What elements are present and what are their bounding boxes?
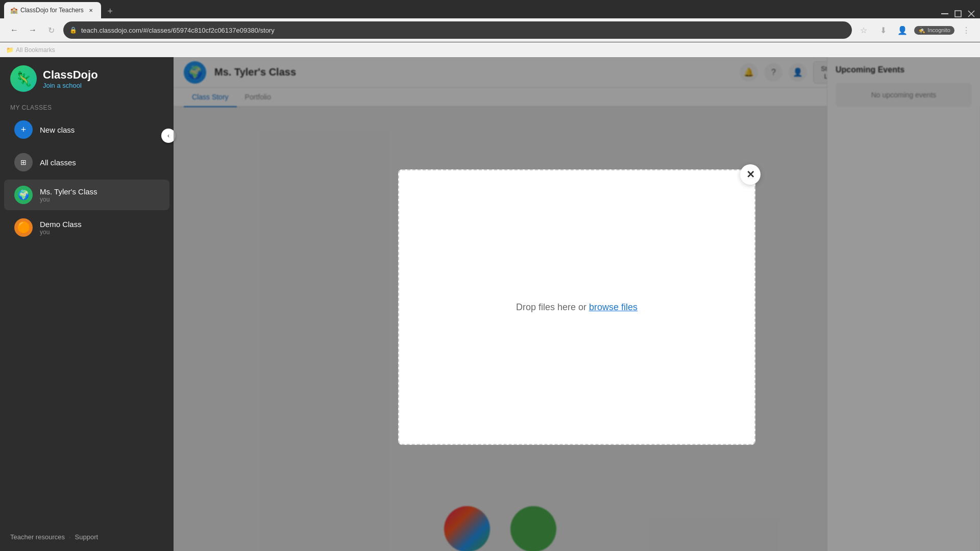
join-school-link[interactable]: Join a school (43, 82, 98, 89)
bookmarks-folder-icon: 📁 (6, 46, 14, 54)
footer-separator: · (69, 533, 71, 541)
ms-tylers-class-name: Ms. Tyler's Class (40, 187, 97, 196)
modal-overlay[interactable]: ✕ Drop files here or browse files (174, 57, 980, 551)
teacher-resources-link[interactable]: Teacher resources (10, 533, 65, 541)
nav-controls: ← → ↻ (6, 22, 59, 38)
demo-class-name: Demo Class (40, 220, 82, 229)
drop-zone[interactable]: Drop files here or browse files (398, 169, 755, 445)
profile-button[interactable]: 👤 (895, 22, 910, 38)
all-classes-label: All classes (40, 158, 76, 167)
demo-class-info: Demo Class you (40, 220, 82, 236)
brand-name: ClassDojo (43, 68, 98, 82)
support-link[interactable]: Support (75, 533, 99, 541)
modal-close-button[interactable]: ✕ (740, 164, 761, 185)
tab-title: ClassDojo for Teachers (20, 7, 84, 14)
tabs-bar: 🏫 ClassDojo for Teachers ✕ + (0, 0, 980, 18)
sidebar-footer: Teacher resources · Support (0, 525, 174, 549)
logo-text: ClassDojo Join a school (43, 68, 98, 89)
main-area: 🦎 ClassDojo Join a school My Classes + N… (0, 57, 980, 551)
back-button[interactable]: ← (6, 22, 22, 38)
content-area: 🌍 Ms. Tyler's Class 🔔 ? 👤 StudentLogin 2… (174, 57, 980, 551)
ms-tylers-class-icon: 🌍 (14, 186, 33, 204)
sidebar-item-ms-tylers-class[interactable]: 🌍 Ms. Tyler's Class you (4, 180, 169, 210)
browser-actions: ☆ ⬇ 👤 🕵 Incognito ⋮ (856, 22, 974, 38)
sidebar: 🦎 ClassDojo Join a school My Classes + N… (0, 57, 174, 551)
logo-emoji: 🦎 (15, 70, 33, 87)
all-classes-info: All classes (40, 158, 76, 167)
demo-class-sub: you (40, 229, 82, 236)
ms-tylers-class-info: Ms. Tyler's Class you (40, 187, 97, 203)
sidebar-logo: 🦎 ClassDojo Join a school (0, 65, 174, 100)
refresh-button[interactable]: ↻ (43, 22, 59, 38)
incognito-icon: 🕵 (918, 27, 925, 34)
all-classes-item[interactable]: ⊞ All classes (4, 147, 169, 178)
menu-button[interactable]: ⋮ (959, 22, 974, 38)
demo-class-icon: 🟠 (14, 218, 33, 237)
tab-favicon: 🏫 (10, 7, 17, 14)
address-bar[interactable]: 🔒 teach.classdojo.com/#/classes/65974c81… (63, 21, 852, 39)
new-class-icon: + (14, 120, 33, 139)
upload-modal: ✕ Drop files here or browse files (398, 169, 755, 445)
svg-rect-1 (955, 11, 961, 17)
download-button[interactable]: ⬇ (875, 22, 891, 38)
new-class-label: New class (40, 126, 75, 134)
active-tab[interactable]: 🏫 ClassDojo for Teachers ✕ (4, 2, 101, 18)
drop-text: Drop files here or browse files (516, 302, 638, 313)
close-window-button[interactable] (967, 9, 976, 18)
lock-icon: 🔒 (69, 27, 77, 34)
browser-controls: ← → ↻ 🔒 teach.classdojo.com/#/classes/65… (0, 18, 980, 42)
ms-tylers-class-sub: you (40, 196, 97, 203)
incognito-badge: 🕵 Incognito (914, 26, 954, 35)
browse-files-link[interactable]: browse files (589, 302, 638, 312)
classdojo-logo: 🦎 (10, 65, 37, 92)
all-classes-icon: ⊞ (14, 153, 33, 171)
tab-close-button[interactable]: ✕ (87, 6, 95, 14)
new-class-item[interactable]: + New class (4, 114, 169, 145)
my-classes-label: My Classes (0, 100, 174, 113)
bookmark-button[interactable]: ☆ (856, 22, 871, 38)
bookmarks-bar: 📁 All Bookmarks (0, 42, 980, 57)
sidebar-item-demo-class[interactable]: 🟠 Demo Class you (4, 212, 169, 243)
browser-chrome: 🏫 ClassDojo for Teachers ✕ + ← → ↻ (0, 0, 980, 57)
svg-rect-0 (941, 13, 948, 14)
maximize-button[interactable] (953, 9, 963, 18)
minimize-button[interactable] (940, 9, 949, 18)
forward-button[interactable]: → (24, 22, 41, 38)
new-tab-button[interactable]: + (103, 4, 117, 18)
url-text: teach.classdojo.com/#/classes/65974c810c… (81, 27, 846, 34)
bookmarks-label: 📁 All Bookmarks (6, 46, 55, 54)
new-class-info: New class (40, 126, 75, 134)
